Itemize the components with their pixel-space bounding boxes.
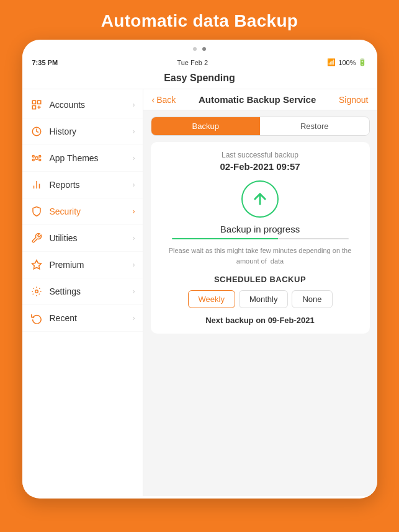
sidebar-item-recent[interactable]: Recent › bbox=[22, 305, 143, 332]
progress-bar bbox=[172, 238, 349, 239]
premium-icon bbox=[30, 258, 43, 272]
sidebar-item-reports[interactable]: Reports › bbox=[22, 172, 143, 198]
settings-chevron: › bbox=[133, 287, 135, 296]
svg-point-4 bbox=[35, 157, 38, 160]
sidebar-item-premium[interactable]: Premium › bbox=[22, 252, 143, 278]
sidebar-item-accounts[interactable]: Accounts › bbox=[22, 92, 143, 118]
svg-point-13 bbox=[35, 290, 38, 293]
panel-nav: ‹ Back Automatic Backup Service Signout bbox=[143, 89, 377, 110]
status-time: 7:35 PM bbox=[32, 59, 58, 66]
status-bar: 7:35 PM Tue Feb 2 📶 100% 🔋 bbox=[22, 55, 377, 69]
schedule-none-button[interactable]: None bbox=[292, 290, 332, 308]
utilities-label: Utilities bbox=[50, 233, 133, 243]
right-panel: ‹ Back Automatic Backup Service Signout … bbox=[143, 89, 377, 496]
premium-chevron: › bbox=[133, 260, 135, 269]
last-backup-section: Last successful backup 02-Feb-2021 09:57 bbox=[159, 151, 361, 172]
sidebar-item-settings[interactable]: Settings › bbox=[22, 278, 143, 305]
battery-icon: 🔋 bbox=[358, 58, 367, 66]
history-icon bbox=[30, 125, 43, 138]
svg-rect-0 bbox=[32, 100, 35, 104]
sidebar: Accounts › History › App Themes › bbox=[22, 89, 143, 496]
battery-label: 100% bbox=[338, 59, 356, 66]
tab-restore[interactable]: Restore bbox=[260, 117, 369, 135]
utilities-icon bbox=[30, 231, 43, 245]
accounts-icon bbox=[30, 98, 43, 112]
banner-title: Automatic data Backup bbox=[12, 11, 387, 31]
settings-icon bbox=[30, 285, 43, 298]
status-right-icons: 📶 100% 🔋 bbox=[327, 58, 367, 66]
next-backup-label: Next backup on 09-Feb-2021 bbox=[159, 316, 361, 325]
top-banner: Automatic data Backup bbox=[0, 0, 399, 40]
security-label: Security bbox=[50, 206, 133, 216]
schedule-buttons: Weekly Monthly None bbox=[159, 290, 361, 308]
settings-label: Settings bbox=[50, 286, 133, 296]
svg-rect-1 bbox=[37, 100, 40, 104]
utilities-chevron: › bbox=[133, 234, 135, 242]
reports-icon bbox=[30, 178, 43, 192]
reports-label: Reports bbox=[50, 180, 133, 190]
app-title: Easy Spending bbox=[22, 73, 377, 84]
accounts-chevron: › bbox=[133, 100, 135, 109]
backup-card: Last successful backup 02-Feb-2021 09:57… bbox=[151, 142, 370, 334]
app-themes-chevron: › bbox=[133, 154, 135, 162]
history-chevron: › bbox=[133, 127, 135, 136]
progress-description: Please wait as this might take few minut… bbox=[159, 246, 361, 266]
svg-point-6 bbox=[38, 156, 40, 157]
accounts-label: Accounts bbox=[50, 100, 133, 110]
back-button[interactable]: ‹ Back bbox=[152, 95, 176, 105]
device-frame: 7:35 PM Tue Feb 2 📶 100% 🔋 Easy Spending… bbox=[22, 40, 377, 499]
premium-label: Premium bbox=[50, 260, 133, 270]
scheduled-backup-title: SCHEDULED BACKUP bbox=[159, 275, 361, 284]
tab-backup[interactable]: Backup bbox=[151, 117, 261, 135]
panel-title: Automatic Backup Service bbox=[199, 94, 316, 105]
app-themes-label: App Themes bbox=[50, 153, 133, 163]
tab-bar: Backup Restore bbox=[151, 117, 370, 136]
reports-chevron: › bbox=[133, 180, 135, 189]
svg-point-7 bbox=[32, 159, 34, 161]
sidebar-item-security[interactable]: Security › bbox=[22, 198, 143, 225]
signout-button[interactable]: Signout bbox=[339, 95, 368, 105]
last-backup-label: Last successful backup bbox=[159, 151, 361, 159]
progress-label: Backup in progress bbox=[159, 224, 361, 234]
history-label: History bbox=[50, 126, 133, 136]
schedule-monthly-button[interactable]: Monthly bbox=[239, 290, 289, 308]
svg-point-8 bbox=[38, 159, 40, 161]
main-content: Accounts › History › App Themes › bbox=[22, 89, 377, 496]
svg-rect-2 bbox=[32, 106, 35, 109]
sidebar-item-app-themes[interactable]: App Themes › bbox=[22, 145, 143, 172]
wifi-icon: 📶 bbox=[327, 58, 336, 66]
app-header: Easy Spending bbox=[22, 69, 377, 89]
upload-icon-circle bbox=[241, 180, 279, 218]
schedule-weekly-button[interactable]: Weekly bbox=[188, 290, 235, 308]
back-label: Back bbox=[156, 95, 176, 105]
security-icon bbox=[30, 205, 43, 218]
recent-icon bbox=[30, 311, 43, 325]
sidebar-item-history[interactable]: History › bbox=[22, 118, 143, 145]
app-themes-icon bbox=[30, 151, 43, 165]
svg-marker-12 bbox=[32, 260, 41, 269]
back-chevron-icon: ‹ bbox=[152, 95, 155, 105]
recent-chevron: › bbox=[133, 314, 135, 322]
last-backup-datetime: 02-Feb-2021 09:57 bbox=[159, 161, 361, 172]
recent-label: Recent bbox=[50, 313, 133, 323]
sidebar-item-utilities[interactable]: Utilities › bbox=[22, 225, 143, 252]
security-chevron: › bbox=[133, 207, 135, 216]
status-date: Tue Feb 2 bbox=[177, 59, 208, 66]
dots-indicator bbox=[22, 40, 377, 55]
svg-point-5 bbox=[32, 156, 34, 157]
